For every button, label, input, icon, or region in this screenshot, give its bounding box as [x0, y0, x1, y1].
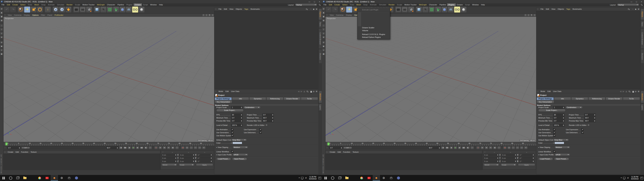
use-animation-checkbox[interactable]: ✔ — [231, 128, 234, 131]
prev-state-icon[interactable]: ◁ — [620, 90, 622, 92]
spinner-icon[interactable] — [241, 117, 242, 119]
tray-chevron-icon[interactable]: ^ — [299, 177, 300, 179]
taskbar-clock[interactable]: 11:28 PM4/24/2018 — [630, 176, 640, 180]
spinner-icon[interactable] — [563, 124, 564, 126]
task-view-button[interactable] — [336, 175, 343, 181]
menu-edit[interactable]: Edit — [224, 90, 230, 93]
color-swatch[interactable] — [554, 142, 564, 144]
save-preset-button[interactable]: Save Preset... — [554, 158, 569, 160]
menu-tags[interactable]: Tags — [243, 8, 250, 10]
use-expression-checkbox[interactable]: ✔ — [581, 128, 584, 131]
spinner-icon[interactable] — [272, 117, 273, 119]
record-pla-button[interactable]: ○ — [497, 146, 501, 149]
viewport-solo-icon[interactable]: ◎ — [0, 41, 3, 44]
target-icon[interactable]: ◎ — [312, 90, 315, 92]
cinema4d-taskbar-button[interactable] — [51, 175, 58, 181]
next-key-button[interactable]: ▶▶ — [462, 146, 466, 149]
menu-sculpt[interactable]: Sculpt — [74, 4, 81, 6]
side-tab-objects[interactable]: Objects — [319, 8, 322, 20]
menu-item-octane-scatter[interactable]: Octane Scatter — [358, 26, 390, 29]
position-y-field[interactable]: 0 cm — [483, 157, 499, 160]
search-icon[interactable] — [306, 90, 308, 92]
viewport-canvas[interactable] — [4, 16, 214, 142]
spinner-icon[interactable] — [241, 114, 242, 116]
record-scale-button[interactable]: ⊞ — [485, 146, 488, 149]
sound-track-button[interactable]: ♫ — [520, 146, 524, 149]
youtube-taskbar-button[interactable] — [365, 175, 373, 181]
menu-animate[interactable]: Animate — [47, 4, 56, 6]
menu-mesh[interactable]: Mesh — [355, 4, 362, 6]
render-settings-icon[interactable] — [408, 6, 414, 12]
network-icon[interactable] — [301, 177, 304, 179]
taskbar-clock[interactable]: 11:28 PM4/24/2018 — [308, 176, 318, 180]
cube-primitive-icon[interactable] — [94, 6, 100, 12]
value-field[interactable]: 30 — [231, 114, 242, 116]
tab-project-settings[interactable]: Project Settings — [215, 97, 232, 100]
side-tab-takes[interactable]: Takes — [641, 20, 644, 28]
chrome-taskbar-button[interactable] — [358, 175, 365, 181]
spinner-icon[interactable] — [272, 120, 273, 122]
tab-to-do[interactable]: To Do — [301, 97, 318, 100]
menu-item-volume[interactable]: Volume — [358, 29, 390, 32]
value-field[interactable]: 0 F — [262, 114, 274, 116]
move-icon[interactable] — [24, 6, 30, 12]
volume-icon[interactable] — [627, 177, 629, 179]
expand-arrow-icon[interactable]: ▸ — [216, 154, 217, 156]
size-z-field[interactable]: 0 cm — [179, 160, 194, 163]
texture-mode-icon[interactable]: ▦ — [0, 15, 3, 18]
rotate-view-icon[interactable]: ↻ — [208, 14, 211, 16]
size-y-field[interactable]: 0 cm — [179, 157, 194, 160]
menu-create[interactable]: Create — [6, 151, 14, 153]
options-menu-button[interactable]: ▾ — [524, 146, 528, 149]
model-mode-icon[interactable]: ◆ — [0, 11, 3, 14]
spinner-icon[interactable] — [563, 120, 564, 122]
panel-grip-icon[interactable] — [4, 147, 6, 149]
zoom-view-icon[interactable]: ○ — [205, 14, 208, 16]
rotation-h-field[interactable]: 0 ° — [197, 154, 212, 156]
scale-project-button[interactable]: Scale Project... — [538, 109, 566, 112]
size-x-field[interactable]: 0 cm — [179, 154, 194, 156]
options-menu-button[interactable]: ▾ — [202, 146, 206, 149]
value-field[interactable]: 90 F — [584, 120, 596, 122]
menu-edit[interactable]: Edit — [546, 90, 552, 93]
load-preset-button[interactable]: Load Preset... — [538, 158, 553, 160]
camera-icon[interactable] — [132, 6, 138, 12]
rotation-b-field[interactable]: 0 ° — [197, 160, 212, 163]
settings-taskbar-button[interactable]: ⚙ — [380, 175, 388, 181]
filter-icon[interactable]: ◉ — [312, 8, 315, 10]
range-start-field[interactable]: 0 F — [8, 146, 20, 149]
timeline-slider[interactable]: 0 F — [343, 146, 427, 149]
size-mode-select[interactable]: Scale — [500, 164, 516, 166]
previous-frame-button[interactable]: ◀ — [450, 146, 453, 149]
lock-y-icon[interactable] — [59, 6, 65, 12]
volume-icon[interactable] — [305, 177, 307, 179]
menu-edit[interactable]: Edit — [328, 4, 333, 6]
size-mode-select[interactable]: Scale — [178, 164, 194, 166]
menu-window[interactable]: Window — [471, 4, 480, 6]
default-object-color-select[interactable]: Gray-Blue — [231, 139, 247, 141]
spinner-icon[interactable] — [563, 117, 564, 119]
menu-create[interactable]: Create — [333, 4, 341, 6]
action-center-icon[interactable] — [318, 177, 321, 179]
value-field[interactable]: 30 — [553, 114, 564, 116]
scale-icon[interactable] — [30, 6, 36, 12]
apply-button[interactable]: Apply — [196, 164, 213, 166]
cinema4d-taskbar-button[interactable] — [373, 175, 380, 181]
zoom-view-icon[interactable]: ○ — [527, 14, 530, 16]
menu-cameras[interactable]: Cameras — [13, 14, 23, 16]
keyframe-selection-button[interactable]: ◎ — [507, 146, 511, 149]
switch-view-icon[interactable]: □ — [211, 14, 214, 16]
record-position-button[interactable]: ⊕ — [480, 146, 484, 149]
expand-arrow-icon[interactable]: ▸ — [553, 142, 554, 144]
render-settings-icon[interactable] — [86, 6, 92, 12]
menu-mograph[interactable]: MoGraph — [96, 4, 106, 6]
coordinate-system-icon[interactable] — [66, 6, 72, 12]
obs-taskbar-button[interactable] — [66, 175, 73, 181]
discord-taskbar-button[interactable] — [73, 175, 80, 181]
discord-taskbar-button[interactable] — [395, 175, 402, 181]
panel-grip-icon[interactable] — [537, 91, 539, 92]
tab-octane-render[interactable]: Octane Render — [284, 97, 301, 100]
move-up-icon[interactable]: ↑ — [632, 8, 634, 10]
timeline-ruler[interactable]: 051015202530354045505560657075808590 — [3, 142, 214, 146]
panel-grip-icon[interactable] — [537, 8, 539, 10]
